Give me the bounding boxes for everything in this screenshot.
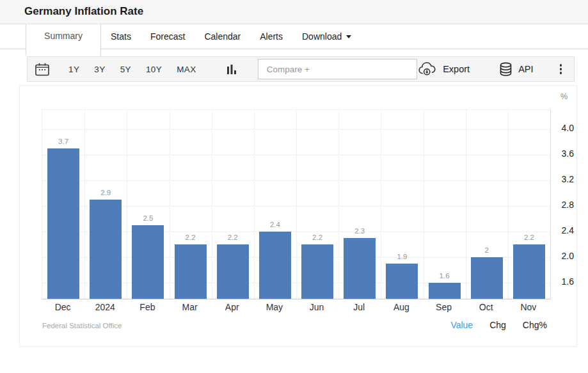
- tab-calendar[interactable]: Calendar: [195, 31, 250, 42]
- range-max[interactable]: MAX: [177, 65, 196, 74]
- x-axis-label: Apr: [211, 302, 253, 312]
- y-axis-tick-label: 3.6: [546, 148, 574, 159]
- range-selector: 1Y 3Y 5Y 10Y MAX: [68, 65, 211, 74]
- x-axis-label: Jul: [338, 302, 380, 312]
- export-label: Export: [443, 64, 470, 74]
- footer-mode-value[interactable]: Value: [450, 320, 473, 330]
- x-axis-label: May: [253, 302, 296, 312]
- compare-input[interactable]: [258, 59, 418, 79]
- chart-bar[interactable]: [513, 244, 545, 299]
- more-options-button[interactable]: [558, 62, 564, 76]
- cloud-download-icon: [417, 62, 437, 76]
- source-label: Federal Statistical Office: [42, 322, 122, 329]
- tab-stats[interactable]: Stats: [101, 31, 141, 42]
- gridline-vertical: [127, 110, 127, 299]
- bar-chart-icon: [226, 63, 237, 75]
- chart-bar[interactable]: [90, 200, 122, 299]
- plot-area: 3.72.92.52.22.22.42.22.31.91.622.2: [42, 109, 551, 299]
- y-axis-tick-label: 1.6: [546, 276, 574, 287]
- range-1y[interactable]: 1Y: [68, 65, 79, 74]
- bar-value-label: 2.3: [338, 227, 381, 235]
- chart-bar[interactable]: [259, 232, 291, 299]
- x-axis-label: Sep: [423, 302, 465, 312]
- page-title: Germany Inflation Rate: [24, 5, 143, 18]
- bar-value-label: 1.6: [424, 272, 466, 280]
- title-bar: Germany Inflation Rate: [0, 0, 588, 24]
- chart-card: % 3.72.92.52.22.22.42.22.31.91.622.2 Dec…: [19, 85, 577, 347]
- x-axis-label: Aug: [380, 302, 422, 312]
- chart-type-button[interactable]: [226, 63, 237, 75]
- database-icon: [499, 62, 513, 77]
- date-range-button[interactable]: [35, 63, 49, 76]
- gridline-vertical: [381, 110, 381, 299]
- gridline-vertical: [84, 110, 85, 299]
- bar-value-label: 2.5: [127, 214, 169, 222]
- range-3y[interactable]: 3Y: [94, 65, 105, 74]
- chart-bar[interactable]: [429, 283, 461, 299]
- page: Germany Inflation Rate Summary Stats For…: [0, 0, 588, 373]
- bar-value-label: 2.2: [508, 234, 550, 241]
- caret-down-icon: [346, 35, 351, 38]
- bar-value-label: 2.2: [212, 234, 254, 241]
- y-axis-tick-label: 3.2: [546, 174, 574, 184]
- y-axis-tick-label: 4.0: [546, 123, 574, 133]
- y-axis-tick-label: 2.0: [546, 251, 574, 261]
- bar-value-label: 3.7: [42, 138, 84, 145]
- x-axis-label: Mar: [169, 302, 211, 312]
- x-axis-label: Jun: [296, 302, 338, 312]
- series-mode-toggle: Value Chg Chg%: [450, 320, 547, 330]
- x-axis-label: Nov: [507, 302, 550, 312]
- tab-alerts[interactable]: Alerts: [250, 31, 292, 42]
- chart-bar[interactable]: [471, 257, 503, 299]
- gridline-vertical: [466, 110, 466, 299]
- footer-mode-chgpct[interactable]: Chg%: [523, 320, 547, 330]
- bar-value-label: 2.9: [84, 189, 127, 196]
- tab-summary-label: Summary: [44, 31, 83, 56]
- bar-value-label: 2.4: [254, 221, 296, 228]
- gridline-vertical: [424, 110, 424, 299]
- footer-mode-chg[interactable]: Chg: [489, 320, 506, 330]
- tab-download[interactable]: Download: [292, 31, 361, 42]
- api-label: API: [518, 64, 533, 74]
- range-5y[interactable]: 5Y: [120, 65, 131, 74]
- x-axis-label: Dec: [42, 302, 84, 312]
- chart-bar[interactable]: [301, 244, 333, 299]
- tab-bar: Summary Stats Forecast Calendar Alerts D…: [0, 24, 588, 49]
- chart-bar[interactable]: [386, 264, 418, 299]
- calendar-icon: [35, 63, 49, 76]
- chart-toolbar: 1Y 3Y 5Y 10Y MAX Export: [27, 56, 575, 82]
- x-axis-label: Oct: [465, 302, 507, 312]
- y-axis-tick-label: 2.4: [546, 225, 574, 235]
- gridline-vertical: [296, 110, 297, 299]
- chart-bar[interactable]: [132, 225, 164, 299]
- tab-forecast[interactable]: Forecast: [141, 31, 195, 42]
- x-axis-labels: Dec2024FebMarAprMayJunJulAugSepOctNov: [42, 302, 550, 315]
- range-10y[interactable]: 10Y: [146, 65, 162, 74]
- chart-bar[interactable]: [344, 238, 376, 299]
- gridline-vertical: [508, 110, 509, 299]
- export-button[interactable]: Export: [417, 62, 470, 76]
- tab-list: Stats Forecast Calendar Alerts Download: [101, 24, 361, 49]
- bar-value-label: 1.9: [381, 253, 423, 260]
- kebab-icon: [560, 64, 562, 67]
- chart-bar[interactable]: [47, 148, 79, 299]
- chart-bar[interactable]: [217, 244, 249, 299]
- gridline-vertical: [254, 110, 255, 299]
- gridline-vertical: [170, 110, 170, 299]
- gridline-vertical: [212, 110, 212, 299]
- y-axis-tick-label: 2.8: [546, 200, 574, 210]
- x-axis-label: Feb: [126, 302, 168, 312]
- gridline-vertical: [338, 110, 339, 299]
- bar-value-label: 2: [466, 246, 508, 254]
- bar-value-label: 2.2: [296, 234, 338, 241]
- chart-bar[interactable]: [175, 244, 207, 299]
- x-axis-label: 2024: [84, 302, 126, 312]
- bar-value-label: 2.2: [170, 234, 212, 241]
- y-axis-unit-label: %: [542, 92, 571, 101]
- tab-summary[interactable]: Summary: [26, 24, 101, 56]
- api-button[interactable]: API: [499, 62, 533, 77]
